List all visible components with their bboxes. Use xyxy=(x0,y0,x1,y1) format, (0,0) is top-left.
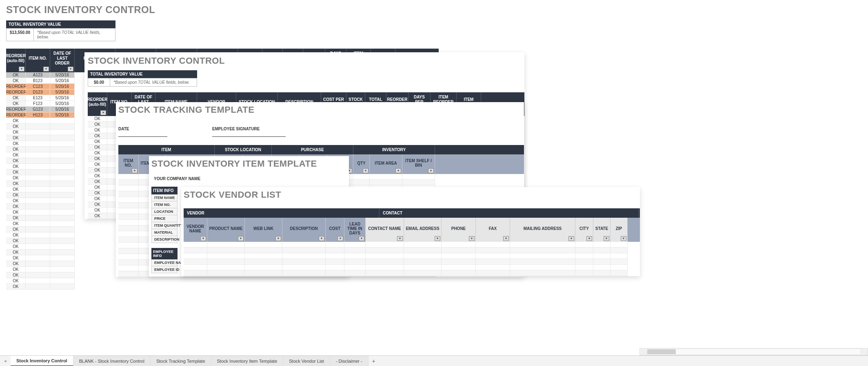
table-cell: 5/20/16 xyxy=(50,107,75,112)
table-cell: OK xyxy=(88,150,107,156)
table-row[interactable] xyxy=(184,242,640,248)
col-header[interactable]: DESCRIPTION xyxy=(282,218,326,242)
filter-dropdown-icon[interactable] xyxy=(132,168,138,173)
tab-nav-prev-icon[interactable]: ◂ xyxy=(0,358,11,364)
scrollbar-thumb[interactable] xyxy=(647,349,676,354)
horizontal-scrollbar[interactable] xyxy=(639,348,868,355)
add-sheet-button[interactable]: + xyxy=(369,358,379,364)
col-header[interactable]: PHONE xyxy=(442,218,476,242)
filter-dropdown-icon[interactable] xyxy=(428,168,434,173)
table-cell xyxy=(366,242,404,248)
filter-dropdown-icon[interactable] xyxy=(604,236,609,241)
table-cell xyxy=(593,242,610,248)
col-header[interactable]: ITEM SHELF / BIN xyxy=(402,154,435,174)
table-cell: OK xyxy=(88,122,107,127)
table-cell xyxy=(476,253,510,259)
filter-dropdown-icon[interactable] xyxy=(586,236,592,241)
sheet-tab[interactable]: Stock Vendor List xyxy=(283,356,330,366)
filter-dropdown-icon[interactable] xyxy=(395,168,401,173)
table-cell: OK xyxy=(6,204,26,210)
table-cell xyxy=(184,253,207,259)
filter-dropdown-icon[interactable] xyxy=(43,67,49,71)
col-header[interactable]: MAILING ADDRESS xyxy=(510,218,575,242)
col-header[interactable]: DATE OF LAST ORDER xyxy=(50,49,75,72)
table-row[interactable] xyxy=(184,270,640,276)
table-cell: OK xyxy=(6,152,26,158)
table-cell xyxy=(26,284,50,290)
table-row[interactable] xyxy=(184,265,640,270)
filter-dropdown-icon[interactable] xyxy=(435,236,440,241)
table-cell xyxy=(510,265,575,270)
table-cell xyxy=(402,180,435,185)
col-header[interactable]: EMAIL ADDRESS xyxy=(404,218,442,242)
col-header[interactable]: ITEM AREA xyxy=(370,154,402,174)
col-header[interactable]: ITEM NO. xyxy=(26,49,50,72)
filter-dropdown-icon[interactable] xyxy=(337,236,343,241)
table-cell: REORDER xyxy=(6,84,26,89)
filter-dropdown-icon[interactable] xyxy=(275,236,281,241)
table-cell xyxy=(282,248,326,253)
sheet-tab[interactable]: Stock Inventory Item Template xyxy=(211,356,284,366)
filter-dropdown-icon[interactable] xyxy=(68,67,73,71)
col-header[interactable]: COST xyxy=(326,218,344,242)
filter-dropdown-icon[interactable] xyxy=(469,236,475,241)
table-cell xyxy=(26,272,50,278)
filter-dropdown-icon[interactable] xyxy=(359,236,364,241)
table-cell: E123 xyxy=(26,95,50,101)
col-header[interactable]: QTY xyxy=(353,154,370,174)
filter-dropdown-icon[interactable] xyxy=(568,236,574,241)
table-cell: OK xyxy=(6,238,26,244)
filter-dropdown-icon[interactable] xyxy=(363,168,369,173)
col-header[interactable]: REORDER (auto-fill) xyxy=(88,92,107,116)
filter-dropdown-icon[interactable] xyxy=(19,67,24,71)
filter-dropdown-icon[interactable] xyxy=(238,236,244,241)
table-cell: OK xyxy=(88,185,107,190)
group-header-row: VENDORCONTACT xyxy=(184,208,640,218)
table-cell: OK xyxy=(6,147,26,152)
table-cell xyxy=(26,158,50,164)
table-cell xyxy=(442,270,476,276)
table-cell: H123 xyxy=(26,112,50,118)
table-cell xyxy=(50,181,75,187)
table-cell xyxy=(184,259,207,265)
col-header[interactable]: ZIP xyxy=(610,218,628,242)
table-cell xyxy=(207,253,245,259)
sheet-tab[interactable]: BLANK - Stock Inventory Control xyxy=(73,356,151,366)
table-cell xyxy=(476,248,510,253)
filter-dropdown-icon[interactable] xyxy=(100,110,106,115)
table-cell: OK xyxy=(6,175,26,181)
col-header[interactable]: WEB LINK xyxy=(245,218,282,242)
sub-header-row: VENDOR NAMEPRODUCT NAMEWEB LINKDESCRIPTI… xyxy=(184,218,640,242)
table-cell xyxy=(442,265,476,270)
table-cell xyxy=(326,265,344,270)
filter-dropdown-icon[interactable] xyxy=(397,236,403,241)
col-header[interactable]: STATE xyxy=(593,218,610,242)
table-cell xyxy=(50,284,75,290)
table-row[interactable] xyxy=(184,259,640,265)
table-row[interactable]: OK xyxy=(6,278,439,284)
filter-dropdown-icon[interactable] xyxy=(319,236,324,241)
table-row[interactable]: OK xyxy=(6,284,439,290)
table-cell xyxy=(207,242,245,248)
sheet-tab[interactable]: - Disclaimer - xyxy=(330,356,369,366)
sheet-tab[interactable]: Stock Tracking Template xyxy=(151,356,211,366)
filter-dropdown-icon[interactable] xyxy=(503,236,509,241)
filter-dropdown-icon[interactable] xyxy=(200,236,206,241)
sheet-tab[interactable]: Stock Inventory Control xyxy=(11,356,73,366)
table-cell xyxy=(50,267,75,272)
signature-input-line[interactable] xyxy=(212,131,286,137)
table-cell: 5/20/16 xyxy=(50,112,75,118)
table-row[interactable] xyxy=(184,253,640,259)
col-header[interactable]: REORDER (auto-fill) xyxy=(6,49,26,72)
col-header[interactable]: FAX xyxy=(476,218,510,242)
filter-dropdown-icon[interactable] xyxy=(621,236,626,241)
table-cell: OK xyxy=(88,173,107,179)
col-header[interactable]: PRODUCT NAME xyxy=(207,218,245,242)
date-input-line[interactable] xyxy=(118,131,167,137)
table-row[interactable] xyxy=(184,248,640,253)
col-header[interactable]: VENDOR NAME xyxy=(184,218,207,242)
col-header[interactable]: CONTACT NAME xyxy=(366,218,404,242)
col-header[interactable]: LEAD TIME IN DAYS xyxy=(344,218,366,242)
col-header[interactable]: ITEM NO. xyxy=(118,154,139,174)
col-header[interactable]: CITY xyxy=(575,218,593,242)
